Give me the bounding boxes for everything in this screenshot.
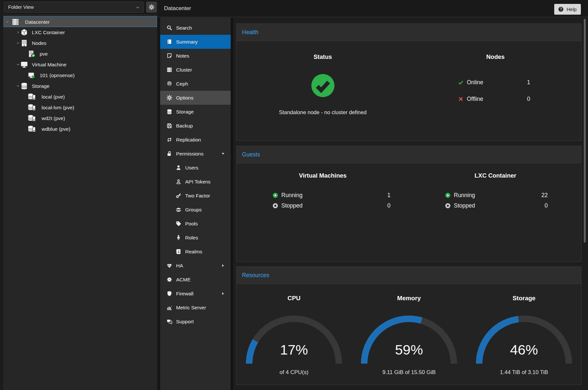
tree-item-storage[interactable]: Storage [3,81,157,91]
virtual-machines-heading: Virtual Machines [236,172,409,179]
tree-item-pve[interactable]: pve [3,48,157,59]
guest-status-value: 22 [542,192,548,199]
menu-item-replication[interactable]: Replication [160,133,231,147]
menu-item-options[interactable]: Options [160,91,231,105]
menu-item-acme[interactable]: ACME [160,273,231,287]
submenu-collapsed-icon [221,263,225,268]
menu-item-pools[interactable]: Pools [160,217,231,231]
tree-item-label: LXC Container [32,27,65,38]
menu-item-label: Users [185,165,198,171]
menu-item-support[interactable]: Support [160,315,231,329]
menu-item-users[interactable]: Users [160,161,231,175]
tree-item-storage-local-lvm[interactable]: local-lvm (pve) [3,102,157,113]
tree-item-vm-101[interactable]: 101 (opnsense) [3,70,157,81]
status-ok-icon [310,72,336,99]
gauge-title: Storage [467,295,582,302]
refresh-icon [166,137,173,143]
lxc-running-row: Running22 [445,190,548,200]
guest-status-value: 0 [544,202,548,209]
tree-item-label: wd2t (pve) [42,113,65,124]
guest-status-value: 1 [387,192,390,199]
tree-item-label: pve [40,48,48,59]
user-outline-icon [175,179,182,185]
tree-item-storage-wd2t[interactable]: wd2t (pve) [3,113,157,124]
view-mode-select[interactable]: Folder View [4,2,144,13]
node-status-row-online: Online1 [458,77,530,88]
ceph-icon [166,81,173,87]
status-message: Standalone node - no cluster defined [236,109,409,115]
search-icon [166,25,173,31]
tree-item-label: 101 (opnsense) [40,70,75,81]
menu-item-label: Ceph [176,81,188,87]
tree-toolbar: Folder View [3,0,157,14]
node-status-row-offline: Offline0 [458,93,530,104]
menu-item-backup[interactable]: Backup [160,119,231,133]
health-panel-header: Health [236,24,581,41]
view-mode-label: Folder View [8,4,34,10]
expander-down-icon [16,41,20,46]
tree-item-label: Virtual Machine [32,59,67,70]
tree-item-lxc-container[interactable]: LXC Container [3,27,157,38]
gear-icon [166,95,173,101]
menu-item-label: Replication [176,137,201,143]
vm-running-row: Running1 [272,190,390,200]
content-area: Health Status Nodes Standalone node - no… [233,18,588,390]
node-status-label: Offline [467,96,483,102]
database-drive-icon [28,114,36,122]
menu-item-label: ACME [176,277,191,283]
gauge-title: Memory [352,295,467,302]
gauge-percent: 17% [236,342,352,358]
monitor-icon [20,61,28,69]
menu-item-api-tokens[interactable]: API Tokens [160,175,231,189]
menu-item-roles[interactable]: Roles [160,231,231,245]
menu-item-label: Summary [176,39,198,45]
tree-item-nodes[interactable]: Nodes [3,38,157,48]
stop-circle-icon [272,203,278,209]
gauge-storage: Storage46%1.44 TiB of 3.10 TiB [467,284,582,385]
menu-item-ha[interactable]: HA [160,259,231,273]
menu-item-permissions[interactable]: Permissions [160,147,231,161]
menu-item-summary[interactable]: Summary [160,35,231,49]
submenu-expanded-icon [221,151,225,156]
stop-circle-icon [445,203,451,209]
tree-item-storage-wdblue[interactable]: wdblue (pve) [3,124,157,134]
menu-item-label: Support [176,319,194,325]
menu-item-realms[interactable]: Realms [160,245,231,259]
tree-item-virtual-machine[interactable]: Virtual Machine [3,59,157,70]
menu-item-search[interactable]: Search [160,21,231,35]
chart-bar-icon [166,304,173,311]
tree-settings-button[interactable] [146,2,157,13]
nodes-heading: Nodes [409,53,582,61]
key-icon [175,193,182,199]
resources-panel-title: Resources [242,272,269,278]
menu-item-metric-server[interactable]: Metric Server [160,301,231,315]
menu-item-label: Search [176,25,192,31]
menu-item-label: Firewall [176,291,193,297]
menu-item-storage[interactable]: Storage [160,105,231,119]
menu-item-groups[interactable]: Groups [160,203,231,217]
help-button-label: Help [567,4,577,15]
lxc-stopped-row: Stopped0 [445,201,548,210]
chevron-down-icon [135,5,141,10]
tag-icon [175,221,182,227]
gauge-caption: 9.11 GiB of 15.50 GiB [352,369,467,376]
menu-item-ceph[interactable]: Ceph [160,77,231,91]
vertical-scrollbar[interactable] [584,19,586,243]
menu-item-notes[interactable]: Notes [160,49,231,63]
acme-burst-icon [166,276,173,283]
menu-item-firewall[interactable]: Firewall [160,287,231,301]
menu-item-label: Two Factor [185,193,210,199]
menu-item-cluster[interactable]: Cluster [160,63,231,77]
datacenter-menu: SearchSummaryNotesClusterCephOptionsStor… [160,18,231,390]
help-button[interactable]: Help [554,4,581,15]
server-stack-icon [11,18,19,26]
menu-item-two-factor[interactable]: Two Factor [160,189,231,203]
guests-panel-header: Guests [236,146,581,163]
guest-status-label: Stopped [281,202,302,209]
book-icon [166,39,173,45]
server-stack-icon [166,67,173,73]
user-solid-icon [175,165,182,171]
tree-item-datacenter[interactable]: Datacenter [4,16,157,27]
tree-item-storage-local[interactable]: local (pve) [3,91,157,102]
cube-icon [20,28,28,36]
